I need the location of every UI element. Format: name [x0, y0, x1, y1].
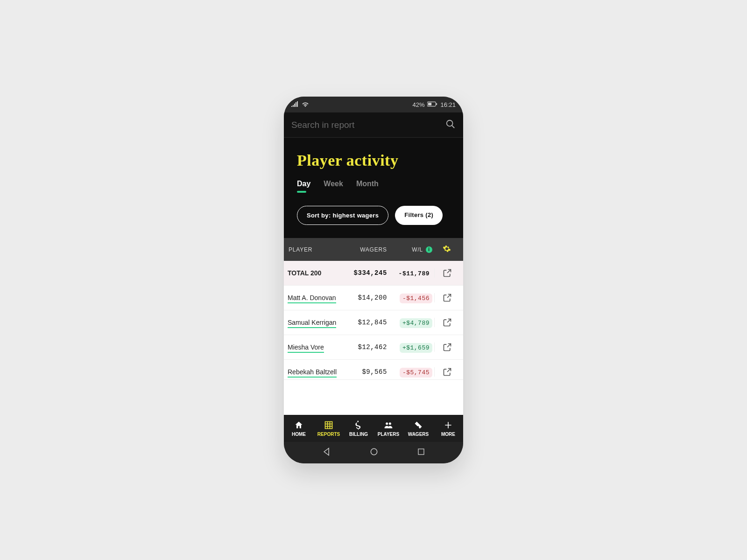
svg-point-5 [371, 448, 377, 455]
search-icon[interactable] [445, 119, 456, 131]
svg-rect-2 [437, 103, 437, 105]
table-header: PLAYER WAGERS W/L i [284, 238, 463, 261]
back-icon[interactable] [322, 447, 331, 458]
search-row [284, 112, 463, 138]
tab-week[interactable]: Week [324, 180, 343, 188]
people-icon [384, 420, 393, 431]
gear-icon [443, 248, 451, 254]
total-row: TOTAL 200 $334,245 -$11,789 [284, 261, 463, 286]
plus-icon [444, 420, 453, 431]
nav-label: WAGERS [408, 432, 429, 437]
nav-label: HOME [292, 432, 306, 437]
dollar-icon [354, 420, 363, 431]
player-name[interactable]: Matt A. Donovan [288, 294, 349, 301]
total-label: TOTAL 200 [288, 269, 349, 277]
svg-rect-6 [418, 449, 424, 455]
player-wagers: $12,845 [349, 319, 392, 326]
page-title: Player activity [297, 152, 450, 169]
player-wl: +$4,789 [400, 318, 432, 328]
nav-label: MORE [441, 432, 455, 437]
report-header: Player activity Day Week Month Sort by: … [284, 138, 463, 238]
open-total-button[interactable] [434, 268, 459, 278]
table-row: Miesha Vore $12,462 +$1,659 [284, 335, 463, 360]
nav-home[interactable]: HOME [292, 420, 306, 437]
nav-wagers[interactable]: WAGERS [408, 420, 429, 437]
player-name[interactable]: Miesha Vore [288, 343, 349, 351]
android-soft-keys [284, 442, 463, 463]
col-player: PLAYER [288, 246, 349, 253]
status-bar: 42% 16:21 [284, 97, 463, 112]
nav-reports[interactable]: REPORTS [317, 420, 340, 437]
open-row-button[interactable] [434, 367, 459, 377]
home-circle-icon[interactable] [369, 447, 379, 458]
home-icon [294, 420, 303, 431]
player-wagers: $12,462 [349, 343, 392, 351]
activity-table: PLAYER WAGERS W/L i TOTAL 200 $334,245 -… [284, 238, 463, 415]
player-wl: -$5,745 [400, 368, 432, 378]
open-row-button[interactable] [434, 293, 459, 302]
col-wl: W/L i [392, 246, 434, 253]
info-icon[interactable]: i [426, 246, 432, 253]
range-tabs: Day Week Month [297, 180, 450, 188]
nav-label: REPORTS [317, 432, 340, 437]
nav-billing[interactable]: BILLING [349, 420, 368, 437]
tab-day[interactable]: Day [297, 180, 310, 188]
total-wl: -$11,789 [396, 269, 432, 279]
search-input[interactable] [291, 120, 445, 130]
table-settings-button[interactable] [434, 245, 459, 254]
bottom-nav: HOME REPORTS BILLING PLAYERS WAGERS MORE [284, 415, 463, 442]
signal-icon [291, 101, 299, 108]
col-wl-label: W/L [412, 246, 423, 253]
open-row-button[interactable] [434, 318, 459, 327]
player-name[interactable]: Samual Kerrigan [288, 319, 349, 326]
ticket-icon [414, 420, 423, 431]
battery-percent: 42% [412, 101, 424, 108]
nav-label: BILLING [349, 432, 368, 437]
total-wagers: $334,245 [349, 269, 392, 277]
phone-frame: 42% 16:21 Player activity Day Week Month… [284, 97, 463, 463]
wifi-icon [302, 101, 309, 108]
svg-line-4 [452, 125, 455, 128]
table-row: Samual Kerrigan $12,845 +$4,789 [284, 310, 463, 335]
sort-button[interactable]: Sort by: highest wagers [297, 206, 388, 225]
player-wl: +$1,659 [400, 343, 432, 353]
nav-more[interactable]: MORE [441, 420, 455, 437]
clock-time: 16:21 [440, 101, 456, 108]
player-wagers: $9,565 [349, 368, 392, 376]
open-row-button[interactable] [434, 343, 459, 352]
battery-icon [427, 101, 437, 108]
nav-players[interactable]: PLAYERS [378, 420, 399, 437]
tab-month[interactable]: Month [356, 180, 379, 188]
table-body: TOTAL 200 $334,245 -$11,789 Matt A. Dono… [284, 261, 463, 415]
recents-icon[interactable] [417, 448, 425, 458]
svg-point-3 [447, 120, 453, 126]
table-row: Matt A. Donovan $14,200 -$1,456 [284, 286, 463, 310]
player-wl: -$1,456 [400, 294, 432, 303]
player-wagers: $14,200 [349, 294, 392, 301]
table-row: Rebekah Baltzell $9,565 -$5,745 [284, 360, 463, 380]
svg-rect-1 [428, 103, 431, 105]
grid-icon [324, 420, 333, 431]
nav-label: PLAYERS [378, 432, 399, 437]
col-wagers: WAGERS [349, 246, 392, 253]
player-name[interactable]: Rebekah Baltzell [288, 368, 349, 376]
filters-button[interactable]: Filters (2) [395, 206, 443, 225]
